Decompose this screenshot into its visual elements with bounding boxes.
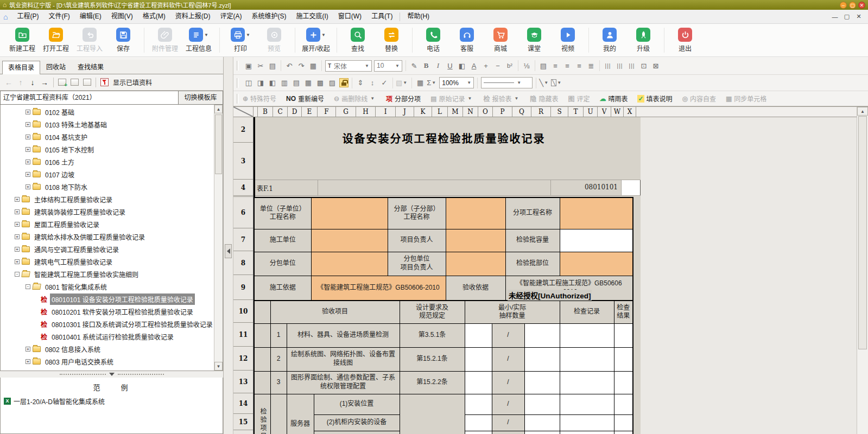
sidebar-tab[interactable]: 回收站 bbox=[40, 60, 72, 74]
form-input-cell[interactable] bbox=[465, 414, 492, 431]
row-height-icon[interactable]: ⇕ bbox=[354, 77, 366, 89]
nav-arrow-icon[interactable]: ↑ bbox=[16, 78, 25, 87]
evaluate-button[interactable]: 图评定 bbox=[568, 94, 590, 103]
form-number[interactable]: 08010101 bbox=[551, 180, 622, 195]
collapse-icon[interactable]: - bbox=[26, 284, 30, 289]
column-header[interactable]: I bbox=[376, 107, 396, 117]
expand-icon[interactable]: + bbox=[15, 234, 20, 239]
draw-strike-line-button[interactable]: ⊖画删除线▼ bbox=[334, 94, 376, 103]
form-input-cell[interactable] bbox=[311, 229, 388, 252]
weather-table-button[interactable]: ☁晴雨表 bbox=[599, 94, 628, 103]
expand-icon[interactable]: + bbox=[15, 209, 20, 214]
tree-item[interactable]: +0103 特殊土地基基础 bbox=[1, 118, 214, 131]
renumber-button[interactable]: NO重新编号 bbox=[286, 94, 324, 103]
tree-item[interactable]: -智能建筑工程施工质量验收实施细则 bbox=[1, 268, 214, 280]
form-input-cell[interactable] bbox=[560, 431, 614, 434]
minimize-button[interactable]: – bbox=[840, 2, 847, 9]
menu-item[interactable]: 工程(P) bbox=[12, 10, 43, 23]
column-header[interactable]: C bbox=[273, 107, 288, 117]
format-paste-icon[interactable]: ▦ bbox=[307, 60, 319, 72]
menu-item[interactable]: 编辑(E) bbox=[75, 10, 106, 23]
form-input-cell[interactable] bbox=[560, 229, 633, 252]
form-input-cell[interactable] bbox=[524, 347, 560, 371]
filter-icon[interactable] bbox=[100, 78, 109, 86]
tree-item[interactable]: -0801 智能化集成系统 bbox=[1, 280, 214, 293]
align-left-icon[interactable]: ≡ bbox=[549, 60, 561, 72]
column-header[interactable]: S bbox=[551, 107, 568, 117]
tree-item[interactable]: +0108 地下防水 bbox=[1, 181, 214, 193]
menu-item[interactable]: 窗口(W) bbox=[333, 10, 366, 23]
tree-item[interactable]: +建筑电气工程质量验收记录 bbox=[1, 256, 214, 268]
menu-item[interactable]: 视图(V) bbox=[106, 10, 138, 23]
bold-icon[interactable]: B bbox=[420, 60, 432, 72]
classroom-button[interactable]: 课堂 bbox=[517, 28, 551, 53]
underline-icon[interactable]: U bbox=[444, 60, 456, 72]
column-header[interactable]: U bbox=[584, 107, 598, 117]
form-input-cell[interactable] bbox=[446, 229, 505, 252]
tree-scrollbar[interactable]: ▲ ▼ bbox=[214, 105, 223, 371]
tree-scroll-thumb[interactable] bbox=[215, 114, 222, 174]
tree-item[interactable]: +0802 信息接入系统 bbox=[1, 343, 214, 355]
row-header[interactable]: 2 bbox=[233, 117, 253, 143]
scroll-up-icon[interactable]: ▲ bbox=[214, 105, 223, 113]
merge-left-icon[interactable]: ◫ bbox=[243, 77, 255, 89]
tree-item[interactable]: +0106 土方 bbox=[1, 156, 214, 168]
find-button[interactable]: 查找 bbox=[341, 28, 375, 53]
form-input-cell[interactable] bbox=[465, 394, 492, 414]
hide-table-button[interactable]: 隐隐藏表 bbox=[530, 94, 558, 103]
column-header[interactable]: L bbox=[432, 107, 448, 117]
form-input-cell[interactable] bbox=[560, 197, 633, 229]
undo-icon[interactable]: ↶ bbox=[283, 60, 295, 72]
sidebar-tab[interactable]: 表格目录 bbox=[2, 61, 40, 74]
form-input-cell[interactable] bbox=[560, 347, 614, 371]
row-header[interactable]: 6 bbox=[233, 197, 253, 228]
column-header[interactable]: W bbox=[611, 107, 624, 117]
form-input-cell[interactable] bbox=[560, 414, 614, 431]
expand-icon[interactable]: + bbox=[26, 110, 30, 114]
sidebar-tab[interactable]: 查找结果 bbox=[72, 60, 110, 74]
tree-item[interactable]: 检08010201 软件安装分项工程检验批质量验收记录 bbox=[1, 305, 214, 318]
switch-template-button[interactable]: 切换模板库 bbox=[179, 91, 223, 105]
nav-arrow-icon[interactable]: → bbox=[40, 78, 49, 87]
inspection-form-button[interactable]: 检报验表▼ bbox=[483, 94, 520, 103]
diagonal-cell-icon[interactable]: ╲▼ bbox=[550, 77, 563, 89]
lock-cell-icon[interactable] bbox=[339, 78, 349, 87]
align-justify-icon[interactable]: ≣ bbox=[585, 60, 597, 72]
expand-icon[interactable]: + bbox=[15, 197, 20, 202]
remove-table-icon[interactable] bbox=[83, 79, 91, 86]
collapse-icon[interactable]: - bbox=[15, 272, 20, 277]
form-input-cell[interactable]: 《智能建筑工程施工规范》GB50606-2010 bbox=[311, 276, 446, 301]
expand-icon[interactable]: + bbox=[15, 259, 20, 264]
merge-right-icon[interactable]: ◧ bbox=[267, 77, 278, 89]
row-header[interactable]: 8 bbox=[233, 251, 253, 275]
form-input-cell[interactable] bbox=[465, 431, 492, 434]
distribute-cols-2-icon[interactable]: ||| bbox=[614, 60, 626, 72]
menu-item[interactable]: 资料上报(D) bbox=[170, 10, 216, 23]
expand-icon[interactable]: + bbox=[15, 247, 20, 252]
phone-button[interactable]: 电话 bbox=[416, 28, 450, 53]
form-input-cell[interactable] bbox=[560, 252, 633, 276]
menu-item[interactable]: 帮助(H) bbox=[402, 10, 434, 23]
maximize-button[interactable]: ▢ bbox=[849, 2, 856, 9]
column-header[interactable]: G bbox=[336, 107, 356, 117]
column-header[interactable]: D bbox=[288, 107, 302, 117]
unmerge-icon[interactable]: ◨ bbox=[255, 77, 267, 89]
form-input-cell[interactable] bbox=[524, 323, 560, 347]
form-input-cell[interactable] bbox=[524, 431, 560, 434]
expand-icon[interactable]: + bbox=[26, 359, 30, 364]
fill-instructions-button[interactable]: ✓填表说明 bbox=[637, 94, 672, 103]
form-input-cell[interactable] bbox=[614, 371, 633, 394]
distribute-cols-1-icon[interactable]: ||| bbox=[602, 60, 614, 72]
mine-button[interactable]: 我的 bbox=[593, 28, 626, 53]
form-input-cell[interactable] bbox=[614, 431, 633, 434]
form-input-cell[interactable] bbox=[465, 323, 492, 347]
column-header[interactable]: E bbox=[302, 107, 318, 117]
print-button[interactable]: ▼打印 bbox=[224, 28, 257, 53]
collapse-left-icon[interactable] bbox=[225, 244, 232, 258]
column-header[interactable]: K bbox=[414, 107, 432, 117]
project-info-button[interactable]: ▼工程信息 bbox=[182, 28, 216, 53]
expand-icon[interactable]: + bbox=[26, 147, 30, 152]
paste-icon[interactable]: ▤ bbox=[267, 60, 278, 72]
zoom-select[interactable]: 100%▼ bbox=[439, 77, 474, 88]
tree-item[interactable]: +通风与空调工程质量验收记录 bbox=[1, 243, 214, 256]
